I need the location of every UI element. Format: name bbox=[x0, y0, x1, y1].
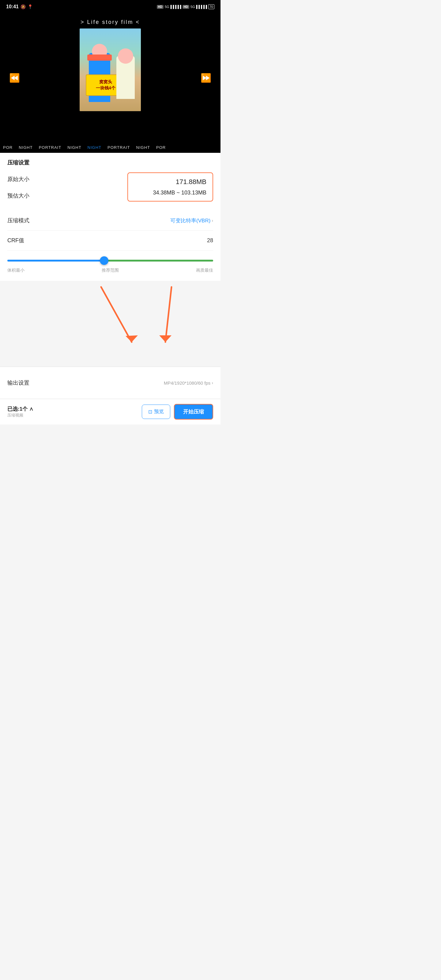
svg-marker-1 bbox=[126, 335, 138, 342]
bottom-actions: ⊡ 预览 开始压缩 bbox=[142, 404, 213, 420]
filter-item-7[interactable]: POR bbox=[156, 145, 166, 150]
filter-item-3[interactable]: NIGHT bbox=[67, 145, 81, 150]
hd-badge-1: HD bbox=[157, 5, 164, 9]
slider-label-max: 画质最佳 bbox=[196, 268, 213, 273]
selected-sub: 压缩视频 bbox=[7, 412, 33, 418]
slider-thumb[interactable] bbox=[100, 256, 108, 265]
slider-fill-green bbox=[104, 260, 213, 261]
sign-text: 窝窝头 一块钱4个 bbox=[96, 79, 115, 91]
filter-item-6[interactable]: NIGHT bbox=[136, 145, 150, 150]
output-settings-label: 输出设置 bbox=[7, 379, 29, 387]
location-icon: 📍 bbox=[27, 4, 33, 9]
signal-5g-1: 5G▐▐▐▐▐ bbox=[165, 5, 181, 9]
filter-item-0[interactable]: POR bbox=[3, 145, 13, 150]
slider-labels: 体积最小 推荐范围 画质最佳 bbox=[7, 268, 213, 273]
compression-mode-row[interactable]: 压缩模式 可变比特率(VBR) › bbox=[7, 211, 213, 231]
preview-icon: ⊡ bbox=[148, 409, 152, 415]
slider-fill-blue bbox=[7, 260, 104, 261]
crf-value: 28 bbox=[207, 237, 213, 244]
slider-label-mid: 推荐范围 bbox=[102, 268, 119, 273]
forward-button[interactable]: ⏩ bbox=[201, 73, 211, 83]
video-player: > Life story film < 窝窝头 一块钱4个 ⏪ ⏩ bbox=[0, 13, 221, 142]
compression-mode-label: 压缩模式 bbox=[7, 217, 29, 224]
section-title: 压缩设置 bbox=[7, 159, 213, 166]
slider-track[interactable] bbox=[7, 260, 213, 261]
start-compress-button[interactable]: 开始压缩 bbox=[174, 404, 213, 420]
preview-button[interactable]: ⊡ 预览 bbox=[142, 404, 170, 419]
filter-item-1[interactable]: NIGHT bbox=[19, 145, 32, 150]
filter-item-5[interactable]: PORTRAIT bbox=[108, 145, 130, 150]
status-time-area: 10:41 🔕 📍 bbox=[6, 4, 33, 10]
crf-row: CRF值 28 bbox=[7, 231, 213, 250]
svg-marker-3 bbox=[159, 335, 172, 342]
original-size-label: 原始大小 bbox=[7, 175, 29, 183]
output-settings-value[interactable]: MP4/1920*1080/60 fps › bbox=[164, 380, 213, 385]
estimated-size-label: 预估大小 bbox=[7, 192, 29, 199]
size-info-box: 171.88MB 34.38MB ~ 103.13MB bbox=[127, 172, 213, 202]
bottom-left: 已选:1个 ∧ 压缩视频 bbox=[7, 406, 33, 418]
compression-mode-value[interactable]: 可变比特率(VBR) › bbox=[170, 217, 213, 224]
annotation-svg bbox=[0, 281, 221, 367]
svg-line-2 bbox=[166, 287, 172, 342]
hd-badge-2: HD bbox=[183, 5, 189, 9]
selected-count[interactable]: 已选:1个 ∧ bbox=[7, 406, 33, 412]
settings-area: 压缩设置 原始大小 预估大小 171.88MB 34.38MB ~ 103.13… bbox=[0, 153, 221, 281]
status-bar: 10:41 🔕 📍 HD 5G▐▐▐▐▐ HD 5G▐▐▐▐▐ 70 bbox=[0, 0, 221, 13]
output-settings: 输出设置 MP4/1920*1080/60 fps › bbox=[0, 367, 221, 399]
notification-icon: 🔕 bbox=[21, 4, 26, 9]
status-icons: HD 5G▐▐▐▐▐ HD 5G▐▐▐▐▐ 70 bbox=[157, 4, 214, 9]
video-thumbnail: 窝窝头 一块钱4个 bbox=[80, 29, 141, 111]
annotation-area bbox=[0, 281, 221, 367]
original-size-value: 171.88MB bbox=[134, 178, 206, 186]
filter-item-2[interactable]: PORTRAIT bbox=[39, 145, 62, 150]
time-display: 10:41 bbox=[6, 4, 19, 10]
video-title: > Life story film < bbox=[81, 19, 140, 25]
battery-display: 70 bbox=[208, 4, 214, 9]
chevron-right-icon: › bbox=[212, 218, 213, 223]
signal-5g-2: 5G▐▐▐▐▐ bbox=[191, 5, 207, 9]
preview-label: 预览 bbox=[154, 409, 164, 415]
svg-line-0 bbox=[101, 287, 132, 342]
scene-person-2 bbox=[116, 56, 135, 99]
estimated-size-value: 34.38MB ~ 103.13MB bbox=[134, 189, 206, 196]
output-chevron-icon: › bbox=[212, 380, 213, 385]
crf-slider-container[interactable]: 体积最小 推荐范围 画质最佳 bbox=[7, 250, 213, 275]
rewind-button[interactable]: ⏪ bbox=[9, 73, 20, 83]
filter-item-4[interactable]: NIGHT bbox=[88, 145, 101, 150]
output-settings-row[interactable]: 输出设置 MP4/1920*1080/60 fps › bbox=[7, 373, 213, 393]
crf-label: CRF值 bbox=[7, 237, 24, 244]
filter-strip: POR NIGHT PORTRAIT NIGHT NIGHT PORTRAIT … bbox=[0, 142, 221, 153]
slider-label-min: 体积最小 bbox=[7, 268, 24, 273]
bottom-bar: 已选:1个 ∧ 压缩视频 ⊡ 预览 开始压缩 bbox=[0, 399, 221, 425]
